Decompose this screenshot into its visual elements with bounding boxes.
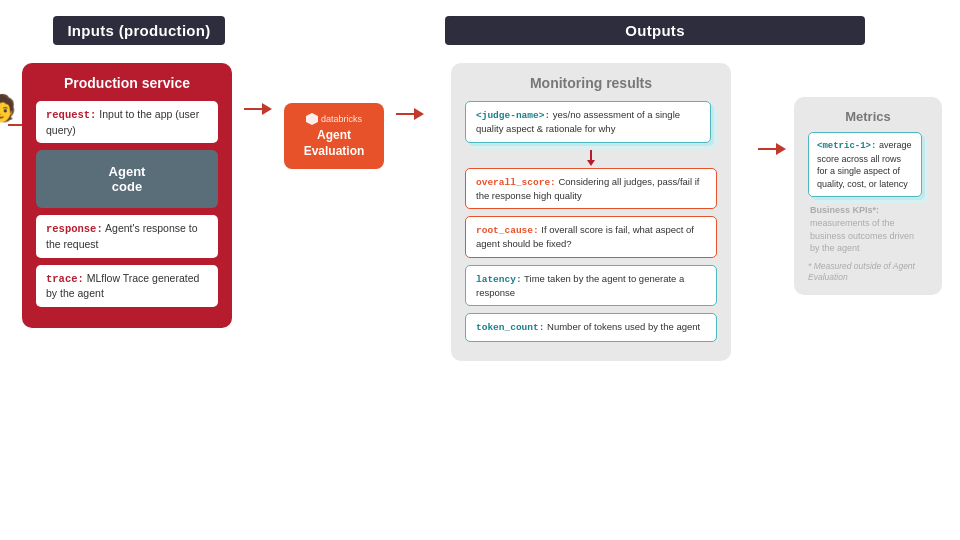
trace-row: trace: MLflow Trace generated by the age… bbox=[36, 265, 218, 307]
production-service-title: Production service bbox=[36, 75, 218, 91]
business-kpis: Business KPIs*: measurements of the busi… bbox=[808, 204, 928, 254]
inputs-header: Inputs (production) bbox=[53, 16, 224, 45]
agent-code-box: Agentcode bbox=[36, 150, 218, 208]
judge-label: <judge-name>: bbox=[476, 110, 550, 121]
user-icon: 🧑 bbox=[0, 93, 16, 124]
agent-eval-box: databricks AgentEvaluation bbox=[284, 103, 384, 169]
v-arrow-1 bbox=[465, 150, 717, 166]
metrics-title: Metrics bbox=[808, 109, 928, 124]
monitoring-title: Monitoring results bbox=[465, 75, 717, 91]
monitoring-box: Monitoring results <judge-name>: yes/no … bbox=[451, 63, 731, 361]
inputs-to-eval-arrow bbox=[244, 63, 272, 115]
production-service-box: Production service request: Input to the… bbox=[22, 63, 232, 328]
judge-row: <judge-name>: yes/no assessment of a sin… bbox=[465, 101, 711, 143]
metric1-label: <metric-1>: bbox=[817, 141, 876, 151]
response-row: response: Agent's response to the reques… bbox=[36, 215, 218, 257]
latency-row: latency: Time taken by the agent to gene… bbox=[465, 265, 717, 307]
agent-eval-column: databricks AgentEvaluation bbox=[274, 63, 394, 169]
eval-to-monitor-arrow bbox=[396, 63, 424, 120]
outputs-column: Monitoring results <judge-name>: yes/no … bbox=[426, 63, 756, 361]
databricks-icon bbox=[306, 113, 318, 125]
request-label: request: bbox=[46, 109, 96, 121]
databricks-label: databricks bbox=[321, 114, 362, 124]
outputs-header-wrap: Outputs bbox=[374, 16, 936, 55]
token-count-text: Number of tokens used by the agent bbox=[547, 321, 700, 332]
latency-label: latency: bbox=[476, 274, 522, 285]
inputs-header-wrap: Inputs (production) bbox=[24, 16, 254, 55]
metrics-footnote: * Measured outside of Agent Evaluation bbox=[808, 261, 928, 283]
section-headers: Inputs (production) Outputs bbox=[12, 16, 948, 55]
agent-code-label: Agentcode bbox=[109, 164, 146, 194]
monitoring-to-metrics-arrow bbox=[758, 63, 786, 155]
metric1-row: <metric-1>: average score across all row… bbox=[808, 132, 922, 197]
trace-label: trace: bbox=[46, 273, 84, 285]
outputs-header: Outputs bbox=[445, 16, 865, 45]
token-count-row: token_count: Number of tokens used by th… bbox=[465, 313, 717, 341]
page-container: Inputs (production) Outputs 🧑 Production… bbox=[0, 0, 960, 540]
metrics-column: Metrics <metric-1>: average score across… bbox=[788, 63, 948, 295]
inputs-column: 🧑 Production service request: Input to t… bbox=[12, 63, 242, 328]
root-cause-label: root_cause: bbox=[476, 225, 539, 236]
request-row: request: Input to the app (user query) bbox=[36, 101, 218, 143]
content-row: 🧑 Production service request: Input to t… bbox=[12, 63, 948, 528]
databricks-logo: databricks bbox=[296, 113, 372, 125]
kpi-title: Business KPIs*: bbox=[810, 205, 879, 215]
production-service-wrapper: 🧑 Production service request: Input to t… bbox=[22, 63, 232, 328]
agent-eval-title: AgentEvaluation bbox=[296, 128, 372, 159]
overall-label: overall_score: bbox=[476, 177, 556, 188]
root-cause-row: root_cause: If overall score is fail, wh… bbox=[465, 216, 717, 258]
response-label: response: bbox=[46, 223, 103, 235]
metrics-box: Metrics <metric-1>: average score across… bbox=[794, 97, 942, 295]
kpi-text: measurements of the business outcomes dr… bbox=[810, 218, 914, 253]
token-count-label: token_count: bbox=[476, 322, 544, 333]
overall-score-row: overall_score: Considering all judges, p… bbox=[465, 168, 717, 210]
